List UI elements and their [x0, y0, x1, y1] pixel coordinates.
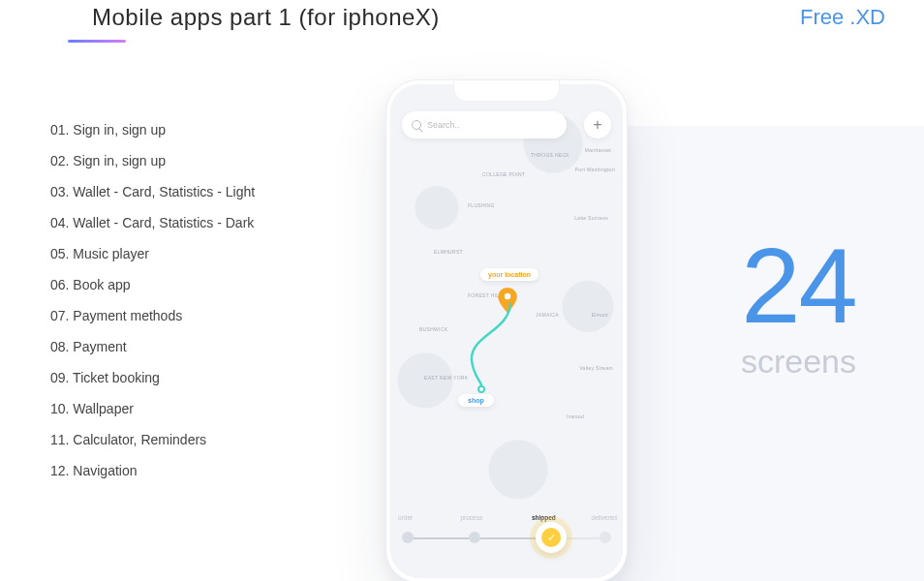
free-badge: Free .XD	[800, 5, 885, 30]
location-chip: your location	[480, 268, 539, 281]
header: Mobile apps part 1 (for iphoneX) Free .X…	[92, 4, 885, 31]
map-label: Inwood	[567, 413, 584, 419]
list-item: 12. Navigation	[50, 455, 255, 486]
list-item: 02. Sign in, sign up	[50, 145, 255, 176]
map-label: JAMAICA	[536, 312, 559, 318]
phone-mockup: COLLEGE POINT FLUSHING ELMHURST FOREST H…	[385, 79, 628, 581]
step-label: delivered	[592, 514, 617, 521]
list-item: 03. Wallet - Card, Statistics - Light	[50, 176, 255, 207]
step-label: process	[460, 514, 482, 521]
step-dot[interactable]	[469, 532, 480, 543]
check-icon: ✓	[541, 528, 561, 547]
step-label: order	[398, 514, 413, 521]
list-item: 01. Sign in, sign up	[50, 114, 255, 145]
step-dot-active[interactable]: ✓	[536, 522, 567, 553]
step-dot[interactable]	[402, 532, 414, 543]
list-item: 05. Music player	[50, 238, 255, 269]
map-label: THROGS NECK	[531, 152, 570, 158]
step-dot[interactable]	[600, 532, 611, 543]
map-label: Manhasset	[585, 147, 611, 153]
map-screen: COLLEGE POINT FLUSHING ELMHURST FOREST H…	[390, 84, 623, 578]
phone-notch	[453, 80, 560, 102]
map-label: COLLEGE POINT	[482, 171, 525, 177]
list-item: 09. Ticket booking	[50, 362, 255, 393]
shop-marker	[477, 385, 485, 393]
count-number: 24	[741, 232, 856, 339]
search-icon	[412, 120, 421, 130]
list-item: 06. Book app	[50, 269, 255, 300]
map-label: Lake Success	[574, 215, 608, 221]
title-underline	[68, 40, 126, 43]
search-placeholder: Search..	[427, 120, 460, 130]
map-label: Elmont	[592, 312, 608, 318]
map-label: FLUSHING	[468, 202, 495, 208]
list-item: 10. Wallpaper	[50, 393, 255, 424]
map-label: ELMHURST	[434, 249, 463, 255]
add-button[interactable]: +	[584, 111, 611, 138]
map-label: BUSHWICK	[419, 326, 447, 332]
search-bar[interactable]: Search..	[402, 111, 567, 138]
plus-icon: +	[593, 116, 601, 134]
progress-stepper: order process shipped delivered ✓	[402, 505, 611, 561]
list-item: 11. Calculator, Reminders	[50, 424, 255, 455]
list-item: 07. Payment methods	[50, 300, 255, 331]
route-path	[460, 302, 528, 398]
shop-chip: shop	[458, 394, 494, 407]
map-label: Valley Stream	[579, 365, 613, 371]
count-label: screens	[741, 343, 856, 381]
screen-count: 24 screens	[741, 232, 856, 381]
step-track	[407, 537, 606, 539]
page-title: Mobile apps part 1 (for iphoneX)	[92, 4, 440, 31]
svg-point-0	[505, 293, 511, 300]
list-item: 04. Wallet - Card, Statistics - Dark	[50, 207, 255, 238]
step-label-active: shipped	[532, 514, 556, 521]
screen-list: 01. Sign in, sign up 02. Sign in, sign u…	[50, 114, 255, 486]
map-label: Port Washington	[575, 167, 615, 172]
list-item: 08. Payment	[50, 331, 255, 362]
